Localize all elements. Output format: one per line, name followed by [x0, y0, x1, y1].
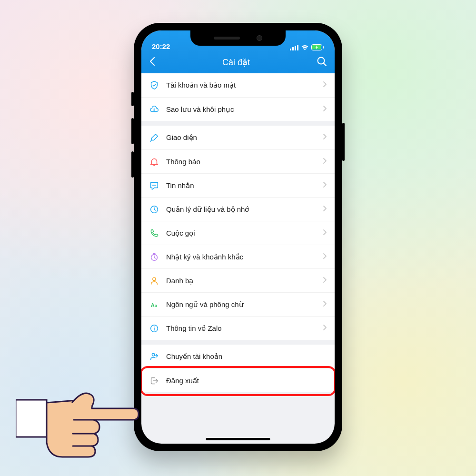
mute-switch — [131, 92, 134, 106]
chevron-right-icon — [323, 205, 327, 214]
back-button[interactable] — [149, 57, 156, 69]
settings-row-label: Tài khoản và bảo mật — [166, 81, 316, 89]
settings-row-label: Chuyển tài khoản — [166, 352, 327, 361]
chevron-right-icon — [323, 133, 327, 142]
home-indicator[interactable] — [206, 438, 270, 440]
phone-frame: 20:22 Cài đặt Tài khoản và bảo mật$Sao l… — [134, 23, 342, 451]
brush-icon — [149, 132, 159, 143]
shield-icon — [149, 80, 159, 90]
svg-rect-1 — [292, 47, 294, 50]
svg-text:$: $ — [153, 108, 155, 111]
volume-up-button — [131, 118, 134, 144]
chevron-right-icon — [323, 253, 327, 261]
svg-point-18 — [152, 354, 155, 357]
chevron-left-icon — [149, 57, 156, 66]
chat-icon — [149, 180, 159, 191]
search-button[interactable] — [317, 56, 327, 69]
svg-rect-6 — [323, 46, 324, 49]
phone-icon — [149, 228, 159, 238]
cloud-icon: $ — [149, 104, 159, 115]
volume-down-button — [131, 151, 134, 178]
aa-icon: Aa — [149, 299, 159, 310]
svg-point-17 — [154, 327, 154, 327]
settings-row-language-font[interactable]: AaNgôn ngữ và phông chữ — [141, 292, 335, 316]
logout-icon — [149, 376, 159, 386]
chevron-right-icon — [323, 158, 327, 166]
settings-row-label: Thông báo — [166, 158, 316, 166]
pointing-hand-illustration — [16, 371, 139, 462]
settings-row-appearance[interactable]: Giao diện — [141, 126, 335, 149]
info-icon — [149, 323, 159, 334]
chevron-right-icon — [323, 300, 327, 309]
bell-icon — [149, 157, 159, 167]
chevron-right-icon — [323, 181, 327, 190]
wifi-icon — [301, 45, 309, 50]
settings-row-notifications[interactable]: Thông báo — [141, 149, 335, 173]
chevron-right-icon — [323, 277, 327, 285]
power-button — [342, 123, 345, 161]
page-title: Cài đặt — [156, 57, 317, 68]
svg-text:a: a — [155, 303, 157, 307]
settings-row-label: Nhật ký và khoảnh khắc — [166, 253, 316, 261]
settings-row-label: Quản lý dữ liệu và bộ nhớ — [166, 205, 316, 214]
search-icon — [317, 56, 327, 67]
settings-row-label: Danh bạ — [166, 277, 316, 285]
svg-rect-2 — [295, 46, 296, 50]
navbar: Cài đặt — [141, 51, 335, 73]
settings-row-about[interactable]: Thông tin về Zalo — [141, 316, 335, 340]
settings-row-data-storage[interactable]: Quản lý dữ liệu và bộ nhớ — [141, 197, 335, 221]
settings-row-label: Giao diện — [166, 133, 316, 142]
settings-row-label: Sao lưu và khôi phục — [166, 105, 316, 114]
settings-row-contacts[interactable]: Danh bạ — [141, 268, 335, 292]
svg-point-13 — [153, 278, 156, 280]
settings-list[interactable]: Tài khoản và bảo mật$Sao lưu và khôi phụ… — [141, 73, 335, 392]
svg-rect-0 — [290, 49, 291, 50]
phone-notch — [190, 30, 286, 46]
switch-icon — [149, 351, 159, 362]
settings-row-label: Cuộc gọi — [166, 229, 316, 238]
status-time: 20:22 — [152, 42, 170, 50]
settings-row-label: Ngôn ngữ và phông chữ — [166, 300, 316, 309]
settings-row-label: Tin nhắn — [166, 181, 316, 190]
settings-group: Tài khoản và bảo mật$Sao lưu và khôi phụ… — [141, 73, 335, 121]
settings-group: Chuyển tài khoảnĐăng xuất — [141, 345, 335, 392]
chevron-right-icon — [323, 105, 327, 114]
chevron-right-icon — [323, 81, 327, 89]
settings-row-account-security[interactable]: Tài khoản và bảo mật — [141, 73, 335, 97]
cellular-signal-icon — [290, 45, 298, 50]
settings-row-logout[interactable]: Đăng xuất — [141, 368, 335, 392]
settings-group: Giao diệnThông báoTin nhắnQuản lý dữ liệ… — [141, 126, 335, 340]
chevron-right-icon — [323, 229, 327, 238]
svg-rect-3 — [297, 45, 298, 50]
timer-icon — [149, 252, 159, 262]
battery-charging-icon — [311, 44, 324, 50]
settings-row-calls[interactable]: Cuộc gọi — [141, 221, 335, 245]
settings-row-messages[interactable]: Tin nhắn — [141, 173, 335, 197]
chevron-right-icon — [323, 324, 327, 333]
settings-row-label: Đăng xuất — [166, 377, 327, 385]
settings-row-switch-account[interactable]: Chuyển tài khoản — [141, 345, 335, 368]
svg-text:A: A — [151, 302, 155, 307]
settings-row-label: Thông tin về Zalo — [166, 324, 316, 333]
svg-rect-19 — [16, 400, 47, 437]
settings-row-timeline[interactable]: Nhật ký và khoảnh khắc — [141, 245, 335, 268]
phone-screen: 20:22 Cài đặt Tài khoản và bảo mật$Sao l… — [141, 30, 335, 444]
svg-line-8 — [324, 63, 326, 66]
person-icon — [149, 276, 159, 286]
clock-icon — [149, 204, 159, 215]
settings-row-backup-restore[interactable]: $Sao lưu và khôi phục — [141, 97, 335, 121]
